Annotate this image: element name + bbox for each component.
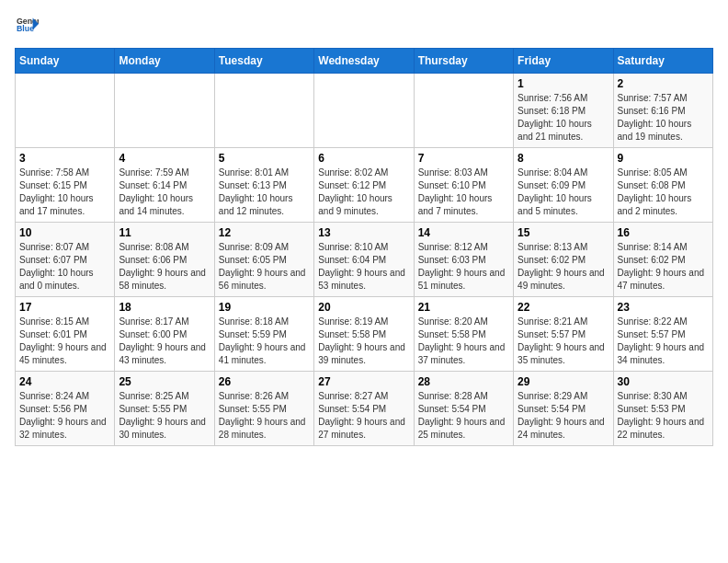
day-number: 26	[219, 375, 310, 388]
day-info: Sunrise: 8:18 AM Sunset: 5:59 PM Dayligh…	[219, 316, 310, 367]
day-info: Sunrise: 8:08 AM Sunset: 6:06 PM Dayligh…	[119, 241, 210, 293]
calendar-table: SundayMondayTuesdayWednesdayThursdayFrid…	[15, 48, 713, 446]
day-number: 28	[418, 375, 509, 388]
day-info: Sunrise: 7:57 AM Sunset: 6:16 PM Dayligh…	[618, 92, 709, 144]
calendar-cell: 3Sunrise: 7:58 AM Sunset: 6:15 PM Daylig…	[16, 148, 115, 223]
day-info: Sunrise: 8:29 AM Sunset: 5:54 PM Dayligh…	[518, 390, 609, 442]
day-number: 6	[318, 152, 409, 165]
calendar-cell: 9Sunrise: 8:05 AM Sunset: 6:08 PM Daylig…	[613, 148, 712, 223]
weekday-header-monday: Monday	[115, 49, 214, 74]
weekday-header-sunday: Sunday	[16, 49, 115, 74]
weekday-header-wednesday: Wednesday	[314, 49, 414, 74]
weekday-header-tuesday: Tuesday	[214, 49, 313, 74]
day-number: 9	[618, 152, 709, 165]
day-number: 1	[518, 77, 609, 90]
day-info: Sunrise: 8:24 AM Sunset: 5:56 PM Dayligh…	[19, 390, 110, 442]
day-info: Sunrise: 8:22 AM Sunset: 5:57 PM Dayligh…	[618, 316, 709, 367]
day-info: Sunrise: 8:27 AM Sunset: 5:54 PM Dayligh…	[318, 390, 409, 442]
calendar-cell: 13Sunrise: 8:10 AM Sunset: 6:04 PM Dayli…	[314, 223, 414, 297]
day-number: 22	[518, 301, 609, 314]
day-info: Sunrise: 8:04 AM Sunset: 6:09 PM Dayligh…	[518, 167, 609, 218]
day-info: Sunrise: 8:26 AM Sunset: 5:55 PM Dayligh…	[219, 390, 310, 442]
day-number: 24	[19, 375, 110, 388]
calendar-cell: 18Sunrise: 8:17 AM Sunset: 6:00 PM Dayli…	[115, 297, 214, 372]
day-info: Sunrise: 8:30 AM Sunset: 5:53 PM Dayligh…	[618, 390, 709, 442]
calendar-cell: 20Sunrise: 8:19 AM Sunset: 5:58 PM Dayli…	[314, 297, 414, 372]
calendar-cell	[16, 74, 115, 148]
calendar-cell: 23Sunrise: 8:22 AM Sunset: 5:57 PM Dayli…	[613, 297, 712, 372]
day-info: Sunrise: 8:13 AM Sunset: 6:02 PM Dayligh…	[518, 241, 609, 293]
day-info: Sunrise: 7:59 AM Sunset: 6:14 PM Dayligh…	[119, 167, 210, 218]
calendar-cell: 10Sunrise: 8:07 AM Sunset: 6:07 PM Dayli…	[16, 223, 115, 297]
calendar-cell: 26Sunrise: 8:26 AM Sunset: 5:55 PM Dayli…	[214, 372, 313, 446]
calendar-cell: 25Sunrise: 8:25 AM Sunset: 5:55 PM Dayli…	[115, 372, 214, 446]
day-number: 13	[318, 226, 409, 239]
calendar-cell: 5Sunrise: 8:01 AM Sunset: 6:13 PM Daylig…	[214, 148, 313, 223]
day-info: Sunrise: 8:02 AM Sunset: 6:12 PM Dayligh…	[318, 167, 409, 218]
day-number: 2	[618, 77, 709, 90]
calendar-cell	[414, 74, 513, 148]
day-number: 3	[19, 152, 110, 165]
day-info: Sunrise: 8:25 AM Sunset: 5:55 PM Dayligh…	[119, 390, 210, 442]
day-number: 8	[518, 152, 609, 165]
calendar-cell: 1Sunrise: 7:56 AM Sunset: 6:18 PM Daylig…	[514, 74, 613, 148]
day-number: 5	[219, 152, 310, 165]
day-number: 4	[119, 152, 210, 165]
weekday-header-friday: Friday	[514, 49, 613, 74]
calendar-cell: 12Sunrise: 8:09 AM Sunset: 6:05 PM Dayli…	[214, 223, 313, 297]
calendar-cell: 30Sunrise: 8:30 AM Sunset: 5:53 PM Dayli…	[613, 372, 712, 446]
day-info: Sunrise: 8:01 AM Sunset: 6:13 PM Dayligh…	[219, 167, 310, 218]
day-info: Sunrise: 8:28 AM Sunset: 5:54 PM Dayligh…	[418, 390, 509, 442]
calendar-cell: 16Sunrise: 8:14 AM Sunset: 6:02 PM Dayli…	[613, 223, 712, 297]
logo: General Blue	[15, 15, 42, 37]
calendar-cell: 6Sunrise: 8:02 AM Sunset: 6:12 PM Daylig…	[314, 148, 414, 223]
day-info: Sunrise: 8:15 AM Sunset: 6:01 PM Dayligh…	[19, 316, 110, 367]
day-number: 23	[618, 301, 709, 314]
svg-text:Blue: Blue	[17, 24, 34, 33]
calendar-cell: 27Sunrise: 8:27 AM Sunset: 5:54 PM Dayli…	[314, 372, 414, 446]
day-info: Sunrise: 8:19 AM Sunset: 5:58 PM Dayligh…	[318, 316, 409, 367]
day-number: 25	[119, 375, 210, 388]
calendar-cell: 11Sunrise: 8:08 AM Sunset: 6:06 PM Dayli…	[115, 223, 214, 297]
day-number: 20	[318, 301, 409, 314]
weekday-header-saturday: Saturday	[613, 49, 712, 74]
calendar-cell: 22Sunrise: 8:21 AM Sunset: 5:57 PM Dayli…	[514, 297, 613, 372]
day-info: Sunrise: 8:07 AM Sunset: 6:07 PM Dayligh…	[19, 241, 110, 293]
day-number: 30	[618, 375, 709, 388]
calendar-cell: 17Sunrise: 8:15 AM Sunset: 6:01 PM Dayli…	[16, 297, 115, 372]
calendar-cell: 24Sunrise: 8:24 AM Sunset: 5:56 PM Dayli…	[16, 372, 115, 446]
day-number: 16	[618, 226, 709, 239]
day-number: 7	[418, 152, 509, 165]
day-number: 15	[518, 226, 609, 239]
calendar-cell	[115, 74, 214, 148]
calendar-cell	[214, 74, 313, 148]
day-info: Sunrise: 8:17 AM Sunset: 6:00 PM Dayligh…	[119, 316, 210, 367]
calendar-cell: 15Sunrise: 8:13 AM Sunset: 6:02 PM Dayli…	[514, 223, 613, 297]
calendar-cell: 29Sunrise: 8:29 AM Sunset: 5:54 PM Dayli…	[514, 372, 613, 446]
day-info: Sunrise: 8:10 AM Sunset: 6:04 PM Dayligh…	[318, 241, 409, 293]
calendar-cell: 4Sunrise: 7:59 AM Sunset: 6:14 PM Daylig…	[115, 148, 214, 223]
day-info: Sunrise: 7:56 AM Sunset: 6:18 PM Dayligh…	[518, 92, 609, 144]
calendar-cell: 7Sunrise: 8:03 AM Sunset: 6:10 PM Daylig…	[414, 148, 513, 223]
calendar-cell	[314, 74, 414, 148]
day-info: Sunrise: 8:20 AM Sunset: 5:58 PM Dayligh…	[418, 316, 509, 367]
day-info: Sunrise: 8:14 AM Sunset: 6:02 PM Dayligh…	[618, 241, 709, 293]
day-number: 27	[318, 375, 409, 388]
calendar-cell: 21Sunrise: 8:20 AM Sunset: 5:58 PM Dayli…	[414, 297, 513, 372]
day-number: 19	[219, 301, 310, 314]
calendar-cell: 14Sunrise: 8:12 AM Sunset: 6:03 PM Dayli…	[414, 223, 513, 297]
day-info: Sunrise: 7:58 AM Sunset: 6:15 PM Dayligh…	[19, 167, 110, 218]
calendar-cell: 2Sunrise: 7:57 AM Sunset: 6:16 PM Daylig…	[613, 74, 712, 148]
day-info: Sunrise: 8:21 AM Sunset: 5:57 PM Dayligh…	[518, 316, 609, 367]
calendar-cell: 8Sunrise: 8:04 AM Sunset: 6:09 PM Daylig…	[514, 148, 613, 223]
day-number: 29	[518, 375, 609, 388]
day-number: 14	[418, 226, 509, 239]
day-info: Sunrise: 8:12 AM Sunset: 6:03 PM Dayligh…	[418, 241, 509, 293]
calendar-cell: 19Sunrise: 8:18 AM Sunset: 5:59 PM Dayli…	[214, 297, 313, 372]
day-number: 12	[219, 226, 310, 239]
day-info: Sunrise: 8:09 AM Sunset: 6:05 PM Dayligh…	[219, 241, 310, 293]
day-number: 21	[418, 301, 509, 314]
calendar-cell: 28Sunrise: 8:28 AM Sunset: 5:54 PM Dayli…	[414, 372, 513, 446]
day-info: Sunrise: 8:03 AM Sunset: 6:10 PM Dayligh…	[418, 167, 509, 218]
day-number: 18	[119, 301, 210, 314]
